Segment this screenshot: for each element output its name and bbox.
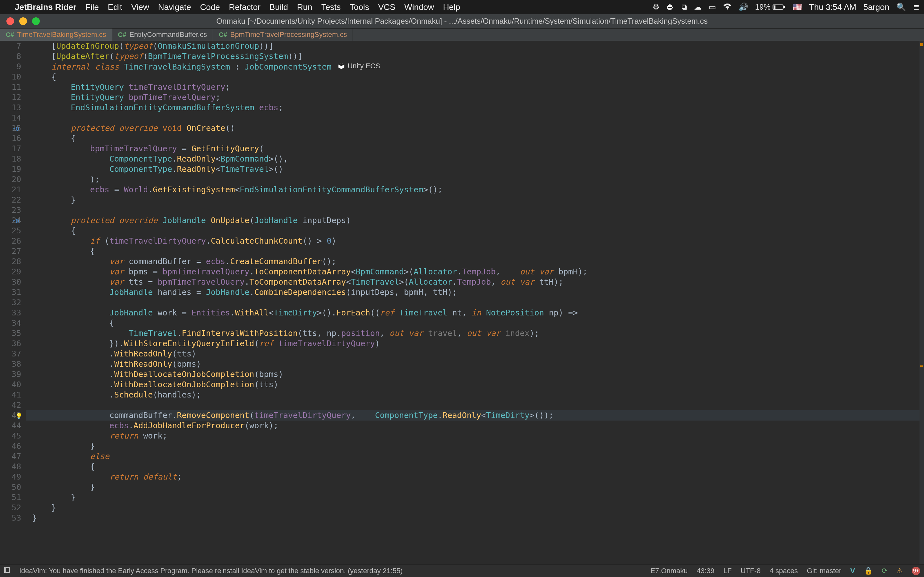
menu-tests[interactable]: Tests: [321, 2, 341, 12]
tool-window-toggle-icon[interactable]: [4, 567, 10, 575]
menubar-user[interactable]: 5argon: [863, 2, 889, 12]
code-line[interactable]: return work;: [32, 431, 924, 441]
ideavim-status-icon[interactable]: V: [850, 567, 855, 575]
code-line[interactable]: {: [32, 133, 924, 143]
menu-help[interactable]: Help: [443, 2, 460, 12]
menu-refactor[interactable]: Refactor: [229, 2, 260, 12]
code-line[interactable]: .WithReadOnly(tts): [32, 349, 924, 359]
code-line[interactable]: );: [32, 174, 924, 185]
code-line[interactable]: [32, 113, 924, 123]
stop-tray-icon[interactable]: ⛔︎: [667, 3, 674, 11]
readonly-lock-icon[interactable]: 🔒: [864, 567, 873, 575]
code-line[interactable]: ecbs.AddJobHandleForProducer(work);: [32, 421, 924, 431]
control-center-icon[interactable]: ≣: [913, 3, 919, 11]
intention-bulb-icon[interactable]: 💡: [15, 412, 23, 420]
zoom-window-button[interactable]: [32, 17, 40, 25]
wifi-tray-icon[interactable]: [723, 3, 732, 11]
code-line[interactable]: if (timeTravelDirtyQuery.CalculateChunkC…: [32, 236, 924, 246]
close-window-button[interactable]: [6, 17, 14, 25]
inspection-indicator-icon[interactable]: [920, 43, 923, 46]
override-gutter-icon[interactable]: ↑O: [12, 125, 19, 132]
code-line[interactable]: .WithDeallocateOnJobCompletion(bpms): [32, 369, 924, 380]
menu-window[interactable]: Window: [404, 2, 434, 12]
code-line[interactable]: .Schedule(handles);: [32, 390, 924, 400]
menu-tools[interactable]: Tools: [350, 2, 369, 12]
code-line[interactable]: var commandBuffer = ecbs.CreateCommandBu…: [32, 256, 924, 267]
code-line[interactable]: var tts = bpmTimeTravelQuery.ToComponent…: [32, 277, 924, 287]
code-line[interactable]: TimeTravel.FindIntervalWithPosition(tts,…: [32, 328, 924, 338]
status-eol[interactable]: LF: [724, 567, 732, 575]
minimize-window-button[interactable]: [19, 17, 27, 25]
code-line[interactable]: var bpms = bpmTimeTravelQuery.ToComponen…: [32, 267, 924, 277]
code-line[interactable]: .WithDeallocateOnJobCompletion(tts): [32, 380, 924, 390]
dropbox-tray-icon[interactable]: ⧉: [682, 3, 687, 11]
code-line[interactable]: {: [32, 318, 924, 328]
menubar-clock[interactable]: Thu 3:54 AM: [809, 2, 856, 12]
code-line[interactable]: .WithReadOnly(bpms): [32, 359, 924, 369]
code-line[interactable]: EntityQuery bpmTimeTravelQuery;: [32, 92, 924, 103]
spotlight-icon[interactable]: 🔍: [897, 3, 906, 11]
volume-tray-icon[interactable]: 🔊: [738, 3, 748, 11]
error-stripe[interactable]: [919, 41, 924, 564]
warning-stripe-mark[interactable]: [920, 366, 923, 367]
warning-status-icon[interactable]: ⚠︎: [897, 567, 903, 575]
menu-view[interactable]: View: [131, 2, 149, 12]
code-line[interactable]: internal class TimeTravelBakingSystem : …: [32, 61, 924, 72]
menu-run[interactable]: Run: [297, 2, 312, 12]
status-git[interactable]: Git: master: [807, 567, 842, 575]
unity-tray-icon[interactable]: ⚙︎: [653, 3, 660, 11]
code-line[interactable]: protected override JobHandle OnUpdate(Jo…: [32, 215, 924, 226]
status-caret[interactable]: 43:39: [697, 567, 714, 575]
code-area[interactable]: [UpdateInGroup(typeof(OnmakuSimulationGr…: [26, 41, 924, 564]
status-context[interactable]: E7.Onmaku: [650, 567, 688, 575]
code-line[interactable]: {: [32, 462, 924, 472]
input-flag-icon[interactable]: 🇺🇸: [792, 3, 802, 11]
code-line[interactable]: {: [32, 72, 924, 82]
code-line[interactable]: }: [32, 492, 924, 503]
menu-navigate[interactable]: Navigate: [158, 2, 191, 12]
code-line[interactable]: {: [32, 226, 924, 236]
code-line[interactable]: }: [32, 195, 924, 205]
menu-code[interactable]: Code: [200, 2, 220, 12]
code-line[interactable]: bpmTimeTravelQuery = GetEntityQuery(: [32, 143, 924, 154]
tab-bpmtimetravelprocessingsystem[interactable]: C# BpmTimeTravelProcessingSystem.cs: [213, 29, 353, 41]
code-line[interactable]: }: [32, 513, 924, 523]
menu-vcs[interactable]: VCS: [378, 2, 395, 12]
cloud-tray-icon[interactable]: ☁︎: [694, 3, 702, 11]
code-editor[interactable]: 7891011121314151617181920212223242526272…: [0, 41, 924, 564]
code-line[interactable]: [UpdateInGroup(typeof(OnmakuSimulationGr…: [32, 41, 924, 51]
code-line[interactable]: [32, 205, 924, 215]
code-line[interactable]: EndSimulationEntityCommandBufferSystem e…: [32, 103, 924, 113]
code-line[interactable]: return default;: [32, 472, 924, 482]
app-name-menu[interactable]: JetBrains Rider: [15, 2, 76, 12]
tab-entitycommandbuffer[interactable]: C# EntityCommandBuffer.cs: [112, 29, 213, 41]
code-line[interactable]: }: [32, 441, 924, 451]
code-line[interactable]: {: [32, 246, 924, 256]
code-line[interactable]: [32, 298, 924, 308]
code-line[interactable]: EntityQuery timeTravelDirtyQuery;: [32, 82, 924, 92]
override-gutter-icon[interactable]: ↑O: [12, 218, 19, 225]
code-line[interactable]: else: [32, 451, 924, 462]
menu-build[interactable]: Build: [270, 2, 288, 12]
code-line[interactable]: protected override void OnCreate(): [32, 123, 924, 133]
code-line[interactable]: ecbs = World.GetExistingSystem<EndSimula…: [32, 185, 924, 195]
tab-timetravelbakingsystem[interactable]: C# TimeTravelBakingSystem.cs: [0, 29, 112, 41]
code-line[interactable]: }: [32, 503, 924, 513]
code-line[interactable]: ComponentType.ReadOnly<TimeTravel>(): [32, 164, 924, 174]
status-encoding[interactable]: UTF-8: [740, 567, 760, 575]
battery-tray[interactable]: 19%: [755, 3, 785, 11]
code-line[interactable]: JobHandle handles = JobHandle.CombineDep…: [32, 287, 924, 298]
code-line[interactable]: }: [32, 482, 924, 492]
notifications-badge[interactable]: 9+: [912, 567, 920, 575]
menu-file[interactable]: File: [86, 2, 99, 12]
code-line[interactable]: [UpdateAfter(typeof(BpmTimeTravelProcess…: [32, 51, 924, 61]
code-line[interactable]: }).WithStoreEntityQueryInField(ref timeT…: [32, 338, 924, 349]
menu-edit[interactable]: Edit: [108, 2, 122, 12]
code-line[interactable]: JobHandle work = Entities.WithAll<TimeDi…: [32, 308, 924, 318]
status-indent[interactable]: 4 spaces: [770, 567, 798, 575]
sync-status-icon[interactable]: ⟳: [882, 567, 887, 575]
code-line[interactable]: [32, 400, 924, 410]
code-line[interactable]: commandBuffer.RemoveComponent(timeTravel…: [26, 410, 924, 421]
display-tray-icon[interactable]: ▭: [709, 3, 716, 11]
code-line[interactable]: ComponentType.ReadOnly<BpmCommand>(),: [32, 154, 924, 164]
